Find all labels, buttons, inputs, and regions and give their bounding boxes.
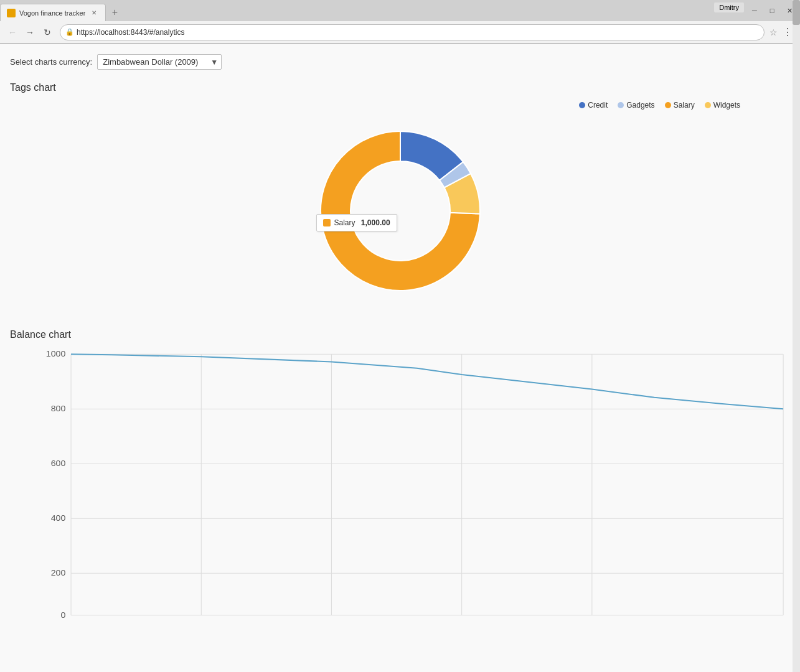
currency-selector-row: Select charts currency: Zimbabwean Dolla… [10, 54, 790, 70]
svg-text:600: 600 [51, 459, 66, 469]
legend-dot-gadgets [618, 102, 624, 108]
legend-dot-salary [665, 102, 671, 108]
donut-svg-wrapper: Salary 1,000.00 [304, 114, 497, 309]
svg-text:400: 400 [51, 514, 66, 523]
security-icon: 🔒 [65, 28, 74, 36]
scrollbar-thumb[interactable] [793, 0, 800, 25]
balance-chart-title: Balance chart [10, 329, 790, 340]
tags-chart-section: Tags chart Credit Gadgets Salary W [10, 82, 790, 309]
svg-text:200: 200 [51, 569, 66, 578]
scrollbar[interactable] [793, 0, 800, 672]
currency-label: Select charts currency: [10, 57, 92, 67]
new-tab-button[interactable]: + [106, 4, 123, 21]
legend-label-credit: Credit [588, 101, 608, 110]
page-content: Select charts currency: Zimbabwean Dolla… [0, 44, 800, 672]
line-chart-container: 1000 800 600 400 200 0 [10, 348, 790, 622]
navigation-bar: ← → ↻ 🔒 https://localhost:8443/#/analyti… [0, 21, 800, 44]
chart-legend: Credit Gadgets Salary Widgets [579, 101, 740, 110]
legend-label-widgets: Widgets [713, 101, 740, 110]
legend-item-salary: Salary [665, 101, 695, 110]
svg-text:0: 0 [60, 610, 65, 620]
tab-title: Vogon finance tracker [19, 9, 85, 17]
legend-label-salary: Salary [674, 101, 695, 110]
donut-chart-svg [304, 114, 497, 307]
bookmark-star-icon[interactable]: ☆ [769, 27, 778, 37]
back-button[interactable]: ← [5, 25, 20, 40]
browser-tab[interactable]: Vogon finance tracker ✕ [0, 4, 106, 21]
tab-close-button[interactable]: ✕ [89, 8, 99, 18]
maximize-button[interactable]: □ [764, 4, 780, 17]
donut-chart-container: Credit Gadgets Salary Widgets [10, 101, 790, 309]
legend-dot-credit [579, 102, 585, 108]
legend-label-gadgets: Gadgets [626, 101, 654, 110]
legend-item-widgets: Widgets [705, 101, 740, 110]
tags-chart-title: Tags chart [10, 82, 790, 93]
balance-line [71, 354, 783, 409]
reload-button[interactable]: ↻ [40, 25, 55, 40]
legend-item-credit: Credit [579, 101, 608, 110]
line-chart-svg: 1000 800 600 400 200 0 [10, 348, 790, 622]
balance-chart-section: Balance chart [10, 329, 790, 622]
currency-select-wrapper[interactable]: Zimbabwean Dollar (2009) US Dollar Euro … [97, 54, 222, 70]
url-text: https://localhost:8443/#/analytics [77, 28, 759, 37]
legend-item-gadgets: Gadgets [618, 101, 654, 110]
user-badge: Dmitry [714, 2, 744, 12]
tab-favicon [7, 9, 16, 17]
currency-select[interactable]: Zimbabwean Dollar (2009) US Dollar Euro … [97, 54, 222, 70]
minimize-button[interactable]: ─ [746, 4, 763, 17]
address-bar[interactable]: 🔒 https://localhost:8443/#/analytics [60, 24, 765, 40]
svg-text:800: 800 [51, 404, 66, 414]
donut-slices [321, 131, 480, 291]
legend-dot-widgets [705, 102, 711, 108]
forward-button[interactable]: → [22, 25, 37, 40]
svg-text:1000: 1000 [46, 350, 66, 359]
